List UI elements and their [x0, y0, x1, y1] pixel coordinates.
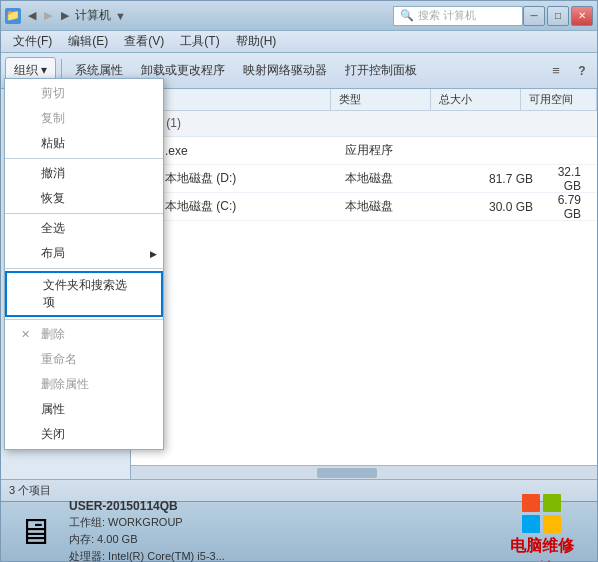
dropdown-sep-3: [5, 268, 163, 269]
menu-item-properties[interactable]: 属性: [5, 397, 163, 422]
file-free-disk-c: 6.79 GB: [547, 193, 589, 221]
pc-username: USER-20150114QB: [69, 499, 225, 513]
file-area: 名称 类型 总大小 可用空间 硬盘 (1) 📄 .exe 应用程序: [131, 89, 597, 479]
title-bar: 📁 ◀ ▶ ▶ 计算机 ▼ 🔍 搜索 计算机 ─ □ ✕: [1, 1, 597, 31]
menu-item-delete-attrs[interactable]: 删除属性: [5, 372, 163, 397]
table-row[interactable]: 📄 .exe 应用程序: [131, 137, 597, 165]
title-path: ◀ ▶ ▶ 计算机 ▼: [25, 7, 128, 24]
dropdown-sep-1: [5, 158, 163, 159]
menu-item-selectall[interactable]: 全选: [5, 216, 163, 241]
file-free-disk-d: 32.1 GB: [547, 165, 589, 193]
file-group-header-harddisk: 硬盘 (1): [131, 111, 597, 137]
pc-info: USER-20150114QB 工作组: WORKGROUP 内存: 4.00 …: [69, 499, 225, 562]
toolbar-help-button[interactable]: ?: [571, 60, 593, 82]
menu-file[interactable]: 文件(F): [5, 32, 60, 52]
menu-item-close[interactable]: 关闭: [5, 422, 163, 447]
toolbar-right: ≡ ?: [545, 60, 593, 82]
svg-rect-0: [522, 494, 540, 512]
search-placeholder: 搜索 计算机: [418, 8, 476, 23]
network-drive-button[interactable]: 映射网络驱动器: [235, 57, 335, 85]
scroll-track: [131, 467, 597, 479]
breadcrumb: 计算机: [75, 7, 111, 24]
brand-area: 电脑维修 www.caominkang.com: [497, 494, 587, 562]
minimize-button[interactable]: ─: [523, 6, 545, 26]
windows-logo: [522, 494, 562, 534]
dropdown-sep-2: [5, 213, 163, 214]
menu-help[interactable]: 帮助(H): [228, 32, 285, 52]
close-button[interactable]: ✕: [571, 6, 593, 26]
menu-bar: 文件(F) 编辑(E) 查看(V) 工具(T) 帮助(H): [1, 31, 597, 53]
title-controls: ─ □ ✕: [523, 6, 593, 26]
pc-workgroup: 工作组: WORKGROUP: [69, 515, 225, 530]
svg-rect-2: [522, 515, 540, 533]
pc-cpu: 处理器: Intel(R) Core(TM) i5-3...: [69, 549, 225, 562]
delete-check: ✕: [21, 328, 35, 341]
menu-item-undo[interactable]: 撤消: [5, 161, 163, 186]
menu-edit[interactable]: 编辑(E): [60, 32, 116, 52]
menu-item-cut[interactable]: 剪切: [5, 81, 163, 106]
pc-icon: 🖥: [11, 508, 59, 556]
search-icon: 🔍: [400, 9, 414, 22]
window: 📁 ◀ ▶ ▶ 计算机 ▼ 🔍 搜索 计算机 ─ □ ✕ 文件(F) 编辑(E)…: [0, 0, 598, 562]
menu-item-paste[interactable]: 粘贴: [5, 131, 163, 156]
menu-view[interactable]: 查看(V): [116, 32, 172, 52]
dropdown-menu: 剪切 复制 粘贴 撤消 恢复 全选 布局: [4, 78, 164, 450]
file-size-disk-d: 81.7 GB: [451, 172, 541, 186]
bottom-bar: 🖥 USER-20150114QB 工作组: WORKGROUP 内存: 4.0…: [1, 501, 597, 561]
file-type-exe: 应用程序: [345, 142, 445, 159]
item-count: 3 个项目: [9, 483, 51, 498]
table-row[interactable]: 💾 本地磁盘 (D:) 本地磁盘 81.7 GB 32.1 GB: [131, 165, 597, 193]
menu-item-redo[interactable]: 恢复: [5, 186, 163, 211]
file-type-disk-c: 本地磁盘: [345, 198, 445, 215]
window-icon: 📁: [5, 8, 21, 24]
view-options-button[interactable]: ≡: [545, 60, 567, 82]
menu-item-copy[interactable]: 复制: [5, 106, 163, 131]
column-size[interactable]: 总大小: [431, 89, 521, 111]
brand-text: 电脑维修: [510, 536, 574, 557]
column-type[interactable]: 类型: [331, 89, 431, 111]
menu-item-rename[interactable]: 重命名: [5, 347, 163, 372]
menu-item-delete[interactable]: ✕ 删除: [5, 322, 163, 347]
dropdown-sep-4: [5, 319, 163, 320]
svg-rect-3: [543, 515, 561, 533]
svg-rect-1: [543, 494, 561, 512]
pc-memory: 内存: 4.00 GB: [69, 532, 225, 547]
menu-item-folder-options[interactable]: 文件夹和搜索选项: [5, 271, 163, 317]
file-type-disk-d: 本地磁盘: [345, 170, 445, 187]
horizontal-scrollbar[interactable]: [131, 465, 597, 479]
menu-tools[interactable]: 工具(T): [172, 32, 227, 52]
menu-item-layout[interactable]: 布局: [5, 241, 163, 266]
file-name-disk-c: 💿 本地磁盘 (C:): [139, 197, 339, 217]
control-panel-button[interactable]: 打开控制面板: [337, 57, 425, 85]
forward-button[interactable]: ▶: [41, 9, 55, 22]
title-bar-left: 📁 ◀ ▶ ▶ 计算机 ▼: [5, 7, 393, 24]
file-name-disk-d: 💾 本地磁盘 (D:): [139, 169, 339, 189]
file-size-disk-c: 30.0 GB: [451, 200, 541, 214]
maximize-button[interactable]: □: [547, 6, 569, 26]
search-field[interactable]: 🔍 搜索 计算机: [393, 6, 523, 26]
file-header: 名称 类型 总大小 可用空间: [131, 89, 597, 111]
file-name-exe: 📄 .exe: [139, 141, 339, 161]
table-row[interactable]: 💿 本地磁盘 (C:) 本地磁盘 30.0 GB 6.79 GB: [131, 193, 597, 221]
back-button[interactable]: ◀: [25, 9, 39, 22]
column-free[interactable]: 可用空间: [521, 89, 597, 111]
file-list: 硬盘 (1) 📄 .exe 应用程序 💾 本地磁盘 (D:): [131, 111, 597, 465]
scroll-thumb[interactable]: [317, 468, 377, 478]
